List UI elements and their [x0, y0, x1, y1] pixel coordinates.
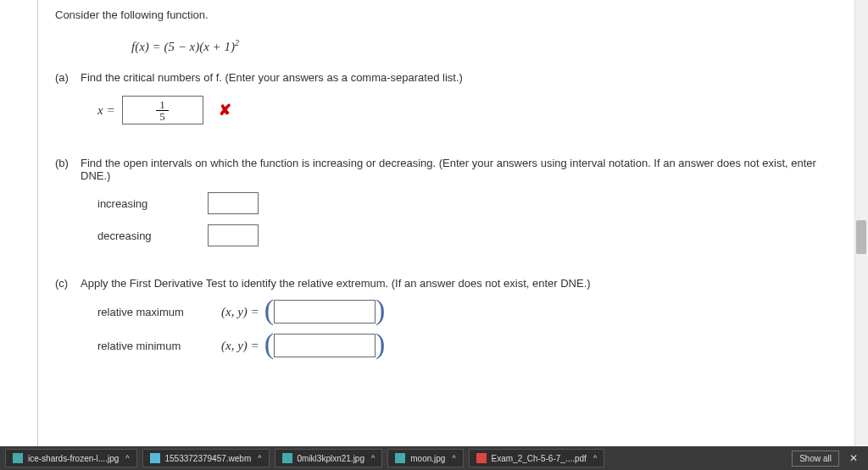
xy-label-max: (x, y) =: [221, 305, 259, 319]
x-equals-label: x =: [97, 103, 115, 118]
part-a-prompt: Find the critical numbers of f. (Enter y…: [81, 71, 843, 84]
chevron-up-icon[interactable]: ^: [125, 454, 129, 462]
paren-open-icon: (: [264, 298, 274, 322]
part-b: (b) Find the open intervals on which the…: [55, 157, 843, 257]
xy-label-min: (x, y) =: [221, 339, 259, 353]
part-c-prompt: Apply the First Derivative Test to ident…: [81, 277, 843, 290]
chevron-up-icon[interactable]: ^: [258, 454, 261, 462]
part-b-body: Find the open intervals on which the fun…: [81, 157, 843, 257]
downloads-bar: ice-shards-frozen-l....jpg^1553372379457…: [0, 446, 868, 470]
critical-numbers-input[interactable]: 1 5: [122, 96, 203, 124]
part-a-label: (a): [55, 71, 81, 136]
close-downloads-button[interactable]: ✕: [844, 452, 863, 464]
vid-file-icon: [150, 453, 160, 463]
chevron-up-icon[interactable]: ^: [452, 454, 455, 462]
download-filename: 1553372379457.webm: [165, 454, 252, 463]
rel-min-label: relative minimum: [97, 340, 208, 352]
img-file-icon: [13, 453, 23, 463]
intro-text: Consider the following function.: [55, 8, 843, 21]
formula: f(x) = (5 − x)(x + 1)2: [55, 30, 843, 63]
download-item[interactable]: Exam_2_Ch-5-6-7_....pdf^: [469, 449, 605, 467]
part-c-body: Apply the First Derivative Test to ident…: [81, 277, 843, 368]
fraction-numerator: 1: [156, 99, 169, 111]
rel-max-input[interactable]: [274, 300, 376, 323]
part-b-label: (b): [55, 157, 81, 257]
img-file-icon: [282, 453, 292, 463]
download-filename: 0mikl3kplxn21.jpg: [298, 454, 365, 463]
increasing-row: increasing: [97, 192, 843, 214]
question-content: Consider the following function. f(x) = …: [38, 0, 860, 384]
incorrect-icon: ✘: [219, 101, 231, 119]
part-c: (c) Apply the First Derivative Test to i…: [55, 277, 843, 368]
decreasing-row: decreasing: [97, 224, 843, 246]
rel-min-input[interactable]: [274, 334, 376, 357]
download-item[interactable]: 1553372379457.webm^: [142, 449, 270, 467]
part-a: (a) Find the critical numbers of f. (Ent…: [55, 71, 843, 136]
paren-open-icon: (: [264, 332, 274, 356]
paren-close-icon: ): [376, 298, 385, 322]
download-filename: ice-shards-frozen-l....jpg: [28, 454, 119, 463]
part-a-body: Find the critical numbers of f. (Enter y…: [81, 71, 843, 136]
entered-fraction: 1 5: [156, 99, 169, 122]
rel-max-row: relative maximum (x, y) = ( ): [97, 300, 843, 323]
show-all-button[interactable]: Show all: [792, 451, 839, 467]
part-b-prompt: Find the open intervals on which the fun…: [81, 157, 843, 182]
download-item[interactable]: ice-shards-frozen-l....jpg^: [5, 449, 137, 467]
img-file-icon: [395, 453, 405, 463]
download-filename: moon.jpg: [410, 454, 445, 463]
rel-max-label: relative maximum: [97, 306, 208, 318]
question-panel: Consider the following function. f(x) = …: [37, 0, 860, 449]
chevron-up-icon[interactable]: ^: [371, 454, 375, 462]
fraction-denominator: 5: [156, 111, 169, 122]
download-item[interactable]: moon.jpg^: [387, 449, 463, 467]
pdf-file-icon: [476, 453, 487, 463]
rel-min-row: relative minimum (x, y) = ( ): [97, 334, 843, 357]
part-a-answer-row: x = 1 5 ✘: [97, 96, 843, 124]
scrollbar-thumb[interactable]: [856, 220, 866, 254]
decreasing-input[interactable]: [208, 224, 259, 246]
increasing-label: increasing: [97, 197, 208, 210]
paren-close-icon: ): [376, 332, 385, 356]
chevron-up-icon[interactable]: ^: [593, 454, 597, 462]
decreasing-label: decreasing: [97, 229, 208, 242]
formula-text: f(x) = (5 − x)(x + 1)2: [131, 40, 239, 53]
increasing-input[interactable]: [208, 192, 259, 214]
part-c-label: (c): [55, 277, 81, 368]
download-filename: Exam_2_Ch-5-6-7_....pdf: [492, 454, 587, 463]
download-item[interactable]: 0mikl3kplxn21.jpg^: [275, 449, 383, 467]
vertical-scrollbar[interactable]: [854, 0, 868, 449]
